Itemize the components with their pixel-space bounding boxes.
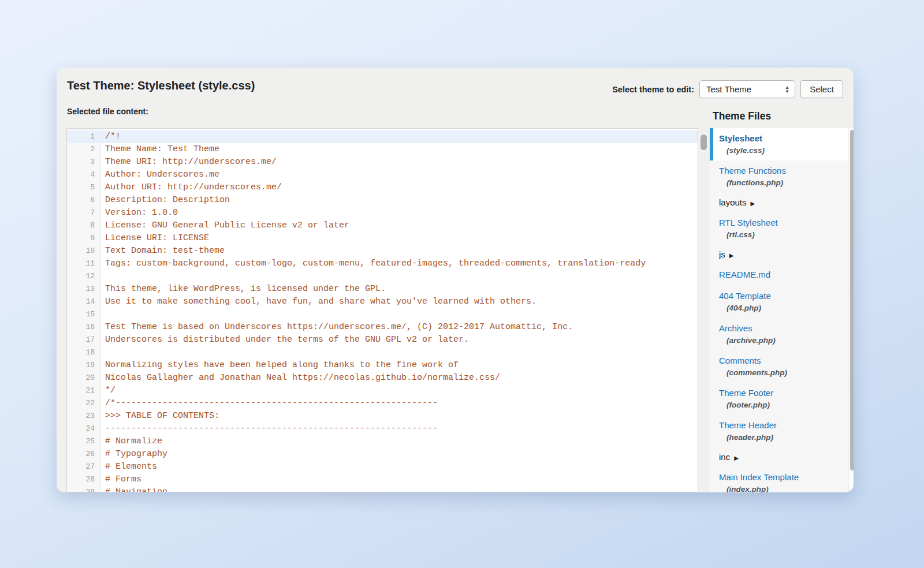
theme-files-list: Stylesheet(style.css)Theme Functions(fun… [710,128,848,492]
theme-file-link-theme-footer[interactable]: Theme Footer [719,388,773,398]
line-number: 27 [67,461,100,473]
theme-file-item-comments[interactable]: Comments(comments.php) [710,350,848,383]
theme-select-dropdown[interactable]: Test Theme ▲ ▼ [699,80,795,98]
code-line: 13This theme, like WordPress, is license… [67,283,698,296]
theme-file-filename: (footer.php) [726,401,843,409]
line-number: 6 [67,194,100,207]
code-line-text: Author URI: http://underscores.me/ [100,181,282,194]
code-line: 22/*------------------------------------… [67,397,698,410]
theme-files-scrollbar-track[interactable] [848,128,854,492]
code-line: 3Theme URI: http://underscores.me/ [67,156,698,169]
line-number: 28 [67,473,100,486]
code-line-text: Text Domain: test-theme [100,245,225,257]
theme-files-heading: Theme Files [713,110,771,122]
theme-file-item-stylesheet[interactable]: Stylesheet(style.css) [710,128,848,160]
theme-file-item-theme-functions[interactable]: Theme Functions(functions.php) [710,160,848,193]
line-number: 25 [67,435,100,448]
line-number: 2 [67,143,100,156]
code-line: 14Use it to make something cool, have fu… [67,296,698,308]
select-theme-button[interactable]: Select [800,80,843,98]
theme-file-filename: (archive.php) [726,336,843,345]
select-caret-icon: ▲ ▼ [785,85,789,94]
theme-file-item-main-index-template[interactable]: Main Index Template(index.php) [710,467,848,492]
code-editor[interactable]: 1/*!2Theme Name: Test Theme3Theme URI: h… [66,128,698,492]
theme-folder-js[interactable]: js▶ [710,245,848,264]
theme-file-link-theme-header[interactable]: Theme Header [719,420,777,430]
code-line: 7Version: 1.0.0 [67,207,698,219]
line-number: 21 [67,384,100,397]
code-line-text: Theme URI: http://underscores.me/ [100,156,277,169]
code-line-text: */ [100,384,116,397]
code-line-text: Version: 1.0.0 [100,207,178,219]
code-line: 25# Normalize [67,435,698,448]
line-number: 8 [67,219,100,232]
theme-file-item-rtl-stylesheet[interactable]: RTL Stylesheet(rtl.css) [710,212,848,245]
line-number: 26 [67,448,100,461]
theme-file-link-stylesheet[interactable]: Stylesheet [719,133,762,143]
code-line-text: /*! [100,130,121,143]
theme-editor-card: Test Theme: Stylesheet (style.css) Selec… [57,68,854,492]
code-line: 6Description: Description [67,194,698,207]
theme-file-filename: (functions.php) [726,178,843,187]
code-line: 9License URI: LICENSE [67,232,698,245]
theme-file-link-archives[interactable]: Archives [719,323,752,333]
theme-file-link-comments[interactable]: Comments [719,356,761,365]
line-number: 29 [67,486,100,492]
code-line: 12 [67,270,698,283]
line-number: 23 [67,410,100,423]
code-line: 26# Typography [67,448,698,461]
theme-file-item-theme-footer[interactable]: Theme Footer(footer.php) [710,383,848,415]
theme-files-scrollbar-thumb[interactable] [850,130,854,470]
line-number: 4 [67,169,100,181]
line-number: 14 [67,296,100,308]
theme-file-link-main-index-template[interactable]: Main Index Template [719,472,799,482]
code-line-text: Test Theme is based on Underscores https… [100,321,573,334]
line-number: 5 [67,181,100,194]
line-number: 17 [67,334,100,346]
theme-file-item-archives[interactable]: Archives(archive.php) [710,318,848,350]
code-line: 19Normalizing styles have been helped al… [67,359,698,372]
code-line: 10Text Domain: test-theme [67,245,698,257]
code-line-text: License: GNU General Public License v2 o… [100,219,349,232]
code-line: 24--------------------------------------… [67,423,698,435]
code-line-text: Nicolas Gallagher and Jonathan Neal http… [100,372,500,384]
line-number: 1 [67,130,100,143]
theme-folder-inc[interactable]: inc▶ [710,447,848,467]
theme-folder-layouts[interactable]: layouts▶ [710,193,848,212]
theme-file-filename: (header.php) [726,433,843,442]
folder-arrow-icon: ▶ [734,455,739,461]
line-number: 20 [67,372,100,384]
theme-file-link-rtl-stylesheet[interactable]: RTL Stylesheet [719,218,778,227]
page-title: Test Theme: Stylesheet (style.css) [67,79,255,92]
line-number: 15 [67,308,100,321]
line-number: 13 [67,283,100,296]
code-line: 8License: GNU General Public License v2 … [67,219,698,232]
theme-file-item-readme-md[interactable]: README.md [710,264,848,286]
line-number: 18 [67,346,100,359]
theme-file-filename: (comments.php) [726,368,843,377]
theme-file-item-theme-header[interactable]: Theme Header(header.php) [710,415,848,447]
code-line: 20Nicolas Gallagher and Jonathan Neal ht… [67,372,698,384]
code-editor-lines: 1/*!2Theme Name: Test Theme3Theme URI: h… [67,129,698,492]
line-number: 16 [67,321,100,334]
theme-file-filename: (404.php) [726,304,843,312]
code-line-text: License URI: LICENSE [100,232,209,245]
code-line-text: Use it to make something cool, have fun,… [100,296,536,308]
theme-file-item-404-template[interactable]: 404 Template(404.php) [710,286,848,318]
code-line-text [100,270,105,283]
code-line: 27# Elements [67,461,698,473]
theme-selector-row: Select theme to edit: Test Theme ▲ ▼ Sel… [612,80,843,98]
code-line-text: Theme Name: Test Theme [100,143,219,156]
theme-file-link-404-template[interactable]: 404 Template [719,291,771,301]
line-number: 11 [67,257,100,270]
code-line: 11Tags: custom-background, custom-logo, … [67,257,698,270]
code-line: 17Underscores is distributed under the t… [67,334,698,346]
code-line: 1/*! [67,130,698,143]
code-line: 2Theme Name: Test Theme [67,143,698,156]
code-line: 21*/ [67,384,698,397]
theme-file-link-theme-functions[interactable]: Theme Functions [719,166,786,175]
code-line-text [100,346,105,359]
editor-scrollbar-thumb[interactable] [701,134,707,150]
line-number: 22 [67,397,100,410]
theme-file-link-readme-md[interactable]: README.md [719,270,770,279]
